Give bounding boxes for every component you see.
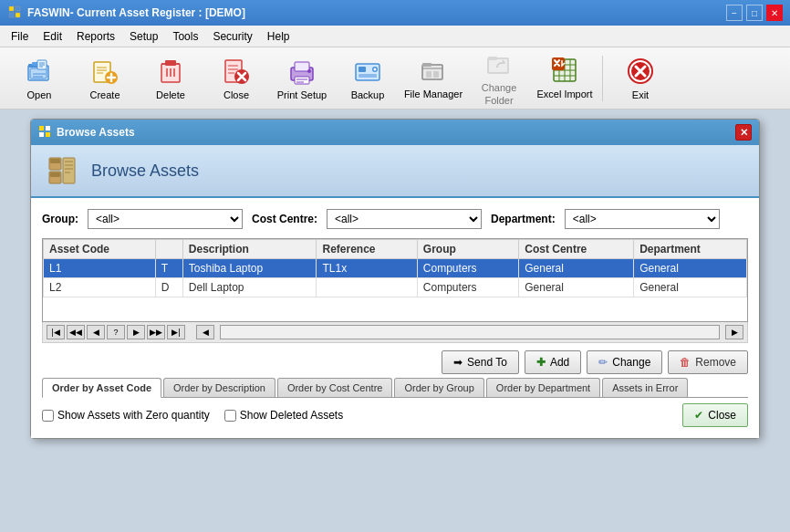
tab-description[interactable]: Order by Description: [163, 378, 275, 397]
nav-scroll-right-button[interactable]: ▶: [725, 325, 743, 339]
dialog-titlebar: Browse Assets ✕: [31, 120, 759, 145]
window-close-button[interactable]: ✕: [766, 5, 783, 21]
svg-rect-24: [422, 65, 442, 79]
cell-reference: TL1x: [317, 259, 417, 278]
maximize-button[interactable]: □: [746, 5, 763, 21]
cell-department: General: [634, 278, 747, 297]
delete-icon: [156, 57, 185, 86]
dialog-header-icon: [46, 154, 78, 187]
nav-prev-page-button[interactable]: ◀◀: [67, 325, 85, 339]
deleted-checkbox[interactable]: [224, 410, 236, 422]
cell-code: L2: [44, 278, 156, 297]
nav-bar: |◀ ◀◀ ◀ ? ▶ ▶▶ ▶| ◀ ▶: [42, 322, 748, 343]
zero-qty-checkbox[interactable]: [42, 410, 54, 422]
send-to-button[interactable]: ➡ Send To: [442, 350, 519, 374]
excel-import-button[interactable]: Excel Import: [533, 52, 597, 105]
svg-rect-20: [359, 67, 366, 72]
excel-import-icon: [550, 56, 579, 85]
col-group: Group: [417, 240, 518, 259]
change-folder-button[interactable]: Change Folder: [467, 52, 531, 105]
menu-security[interactable]: Security: [205, 28, 259, 45]
department-select[interactable]: <all>: [565, 209, 720, 229]
cc-label: Cost Centre:: [252, 213, 317, 225]
tab-cost-centre[interactable]: Order by Cost Centre: [277, 378, 393, 397]
filter-row: Group: <all> Cost Centre: <all> Departme…: [42, 209, 748, 229]
cell-reference: [317, 278, 417, 297]
change-folder-icon: [484, 49, 514, 78]
zero-qty-label: Show Assets with Zero quantity: [57, 409, 210, 422]
remove-button[interactable]: 🗑 Remove: [668, 350, 748, 374]
nav-prev-button[interactable]: ◀: [87, 325, 105, 339]
close-checkmark-icon: ✔: [694, 409, 703, 422]
cell-group: Computers: [417, 278, 518, 297]
close-doc-button[interactable]: Close: [204, 52, 268, 105]
exit-button[interactable]: Exit: [608, 52, 672, 105]
nav-help-button[interactable]: ?: [107, 325, 125, 339]
nav-next-button[interactable]: ▶: [127, 325, 145, 339]
menu-tools[interactable]: Tools: [165, 28, 205, 45]
svg-rect-1: [16, 6, 20, 11]
group-label: Group:: [42, 213, 78, 225]
minimize-button[interactable]: −: [726, 5, 743, 21]
file-manager-label: File Manager: [404, 89, 463, 100]
svg-rect-21: [359, 74, 377, 78]
svg-point-18: [307, 69, 311, 73]
col-department: Department: [634, 240, 747, 259]
menu-help[interactable]: Help: [260, 28, 297, 45]
table-header-row: Asset Code Description Reference Group C…: [44, 240, 747, 259]
menu-reports[interactable]: Reports: [69, 28, 122, 45]
delete-button[interactable]: Delete: [139, 52, 203, 105]
backup-icon: [353, 57, 382, 86]
nav-first-button[interactable]: |◀: [47, 325, 65, 339]
change-button[interactable]: ✏ Change: [587, 350, 662, 374]
group-select[interactable]: <all>: [88, 209, 243, 229]
svg-rect-34: [39, 126, 44, 130]
menu-file[interactable]: File: [4, 28, 36, 45]
dept-label: Department:: [491, 213, 556, 225]
toolbar: Open Create Delete: [0, 47, 790, 110]
dialog-title: Browse Assets: [38, 125, 135, 141]
svg-rect-36: [39, 132, 44, 137]
col-cost-centre: Cost Centre: [519, 240, 634, 259]
bottom-row: Show Assets with Zero quantity Show Dele…: [42, 403, 748, 427]
cell-description: Toshiba Laptop: [182, 259, 317, 278]
table-row[interactable]: L2 D Dell Laptop Computers General Gener…: [44, 278, 747, 297]
svg-rect-17: [295, 77, 309, 84]
print-setup-button[interactable]: Print Setup: [270, 52, 334, 105]
menu-setup[interactable]: Setup: [122, 28, 165, 45]
zero-qty-checkbox-label[interactable]: Show Assets with Zero quantity: [42, 409, 210, 422]
close-doc-label: Close: [223, 89, 249, 100]
asset-table-scroll[interactable]: Asset Code Description Reference Group C…: [43, 239, 747, 321]
title-bar: FASWIN- Current Asset Register : [DEMO] …: [0, 0, 790, 26]
file-manager-button[interactable]: File Manager: [401, 52, 465, 105]
dialog-close-x-button[interactable]: ✕: [735, 124, 752, 141]
tab-asset-code[interactable]: Order by Asset Code: [42, 378, 161, 398]
svg-rect-35: [46, 126, 50, 130]
tab-errors[interactable]: Assets in Error: [602, 378, 688, 397]
nav-scroll-left-button[interactable]: ◀: [196, 325, 214, 339]
cell-department: General: [634, 259, 747, 278]
create-icon: [90, 57, 120, 86]
svg-rect-40: [50, 159, 60, 163]
backup-button[interactable]: Backup: [336, 52, 400, 105]
open-button[interactable]: Open: [7, 52, 71, 105]
create-button[interactable]: Create: [73, 52, 137, 105]
asset-table-wrapper: Asset Code Description Reference Group C…: [42, 238, 748, 322]
tab-department[interactable]: Order by Department: [486, 378, 600, 397]
add-button[interactable]: ✚ Add: [525, 350, 581, 374]
exit-label: Exit: [632, 89, 649, 100]
file-manager-icon: [419, 56, 448, 85]
tab-group[interactable]: Order by Group: [394, 378, 483, 397]
svg-rect-27: [433, 71, 439, 78]
nav-next-page-button[interactable]: ▶▶: [147, 325, 165, 339]
horizontal-scrollbar[interactable]: [220, 325, 720, 339]
svg-rect-3: [16, 13, 20, 17]
table-row[interactable]: L1 T Toshiba Laptop TL1x Computers Gener…: [44, 259, 747, 278]
nav-last-button[interactable]: ▶|: [167, 325, 185, 339]
menu-edit[interactable]: Edit: [36, 28, 69, 45]
close-button[interactable]: ✔ Close: [682, 403, 748, 427]
app-title: FASWIN- Current Asset Register : [DEMO]: [27, 6, 245, 19]
cost-centre-select[interactable]: <all>: [327, 209, 482, 229]
toolbar-separator: [602, 56, 603, 101]
deleted-checkbox-label[interactable]: Show Deleted Assets: [224, 409, 343, 422]
